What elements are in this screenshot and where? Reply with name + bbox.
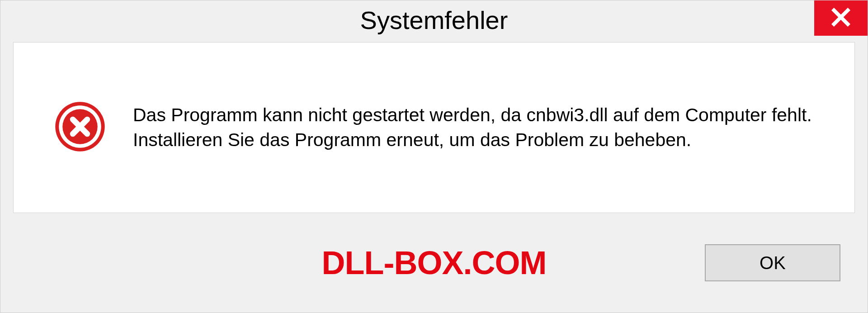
brand-watermark: DLL-BOX.COM xyxy=(322,244,547,281)
ok-button[interactable]: OK xyxy=(705,244,840,281)
dialog-footer: DLL-BOX.COM OK xyxy=(0,213,868,313)
close-button[interactable] xyxy=(814,0,868,36)
error-message: Das Programm kann nicht gestartet werden… xyxy=(133,103,827,153)
error-dialog: Systemfehler Das Programm kann nicht ges… xyxy=(0,0,868,313)
dialog-title: Systemfehler xyxy=(360,5,508,35)
titlebar: Systemfehler xyxy=(0,0,868,39)
close-icon xyxy=(830,7,851,29)
ok-button-label: OK xyxy=(760,253,786,273)
content-area: Das Programm kann nicht gestartet werden… xyxy=(13,42,855,213)
error-icon xyxy=(54,101,106,154)
